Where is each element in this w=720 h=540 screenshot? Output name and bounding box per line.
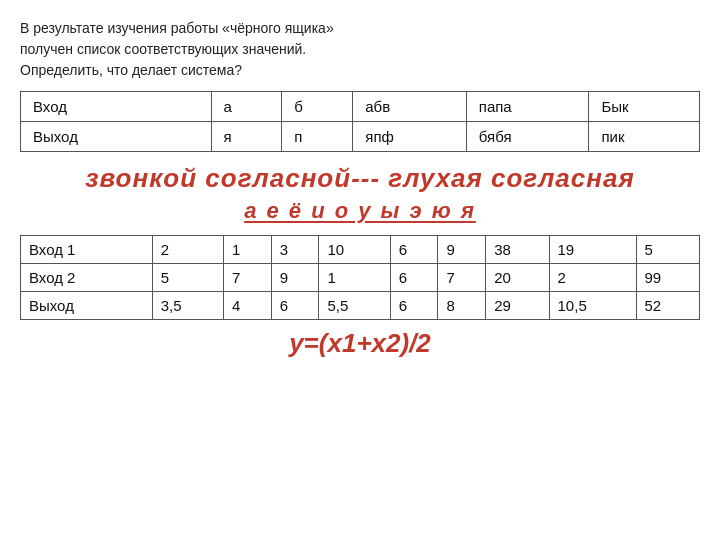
top-table-cell-0-2: абв: [353, 92, 466, 122]
bottom-cell-2-3: 5,5: [319, 291, 390, 319]
bottom-cell-1-3: 1: [319, 263, 390, 291]
bottom-cell-1-1: 7: [224, 263, 272, 291]
top-table-cell-1-1: п: [282, 122, 353, 152]
intro-line1: В результате изучения работы «чёрного ящ…: [20, 20, 334, 36]
bottom-label-2: Выход: [21, 291, 153, 319]
bottom-cell-1-0: 5: [152, 263, 223, 291]
top-table-label-0: Вход: [21, 92, 212, 122]
top-table-cell-1-0: я: [211, 122, 282, 152]
bottom-cell-0-1: 1: [224, 235, 272, 263]
top-table-cell-0-3: папа: [466, 92, 589, 122]
bottom-label-0: Вход 1: [21, 235, 153, 263]
top-table-label-1: Выход: [21, 122, 212, 152]
intro-text: В результате изучения работы «чёрного ящ…: [20, 18, 700, 81]
top-table-cell-1-2: япф: [353, 122, 466, 152]
intro-line2: получен список соответствующих значений.: [20, 41, 306, 57]
mid-line1: звонкой согласной--- глухая согласная: [20, 162, 700, 196]
bottom-cell-0-7: 19: [549, 235, 636, 263]
bottom-cell-2-0: 3,5: [152, 291, 223, 319]
formula: y=(x1+x2)/2: [20, 328, 700, 359]
main-container: В результате изучения работы «чёрного ящ…: [0, 0, 720, 369]
bottom-cell-0-0: 2: [152, 235, 223, 263]
bottom-cell-1-5: 7: [438, 263, 486, 291]
bottom-cell-0-2: 3: [271, 235, 319, 263]
mid-line2: а е ё и о у ы э ю я: [20, 196, 700, 227]
table-row: Вход 2 5 7 9 1 6 7 20 2 99: [21, 263, 700, 291]
table-row: Вход 1 2 1 3 10 6 9 38 19 5: [21, 235, 700, 263]
top-table-cell-1-3: бябя: [466, 122, 589, 152]
bottom-cell-2-7: 10,5: [549, 291, 636, 319]
top-table-cell-0-1: б: [282, 92, 353, 122]
top-table-cell-0-4: Бык: [589, 92, 700, 122]
bottom-cell-0-8: 5: [636, 235, 700, 263]
bottom-cell-0-4: 6: [390, 235, 438, 263]
top-table: Вход а б абв папа Бык Выход я п япф бябя…: [20, 91, 700, 152]
bottom-cell-2-6: 29: [486, 291, 549, 319]
bottom-cell-1-7: 2: [549, 263, 636, 291]
bottom-cell-2-2: 6: [271, 291, 319, 319]
bottom-cell-1-4: 6: [390, 263, 438, 291]
bottom-cell-2-4: 6: [390, 291, 438, 319]
top-table-cell-1-4: пик: [589, 122, 700, 152]
bottom-label-1: Вход 2: [21, 263, 153, 291]
bottom-cell-1-6: 20: [486, 263, 549, 291]
bottom-cell-2-1: 4: [224, 291, 272, 319]
mid-section: звонкой согласной--- глухая согласная а …: [20, 162, 700, 227]
table-row: Выход я п япф бябя пик: [21, 122, 700, 152]
bottom-cell-1-8: 99: [636, 263, 700, 291]
bottom-cell-0-5: 9: [438, 235, 486, 263]
bottom-cell-1-2: 9: [271, 263, 319, 291]
bottom-cell-0-3: 10: [319, 235, 390, 263]
top-table-cell-0-0: а: [211, 92, 282, 122]
intro-line3: Определить, что делает система?: [20, 62, 242, 78]
bottom-cell-2-8: 52: [636, 291, 700, 319]
bottom-cell-0-6: 38: [486, 235, 549, 263]
bottom-cell-2-5: 8: [438, 291, 486, 319]
bottom-table: Вход 1 2 1 3 10 6 9 38 19 5 Вход 2 5 7 9…: [20, 235, 700, 320]
table-row: Вход а б абв папа Бык: [21, 92, 700, 122]
table-row: Выход 3,5 4 6 5,5 6 8 29 10,5 52: [21, 291, 700, 319]
